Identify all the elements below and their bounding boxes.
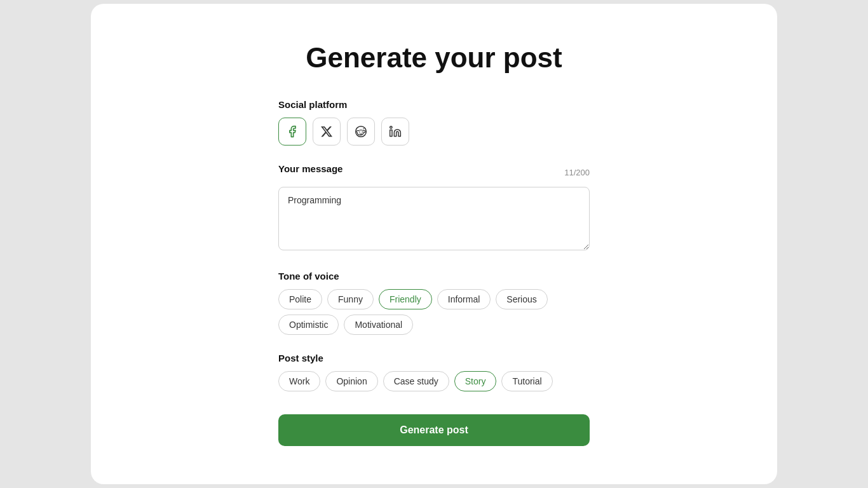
message-textarea[interactable] <box>278 187 590 250</box>
social-platform-label: Social platform <box>278 99 590 110</box>
tone-informal-chip[interactable]: Informal <box>437 289 491 309</box>
char-count: 11/200 <box>564 168 590 177</box>
generate-post-button[interactable]: Generate post <box>278 414 590 446</box>
tone-friendly-chip[interactable]: Friendly <box>379 289 432 309</box>
style-opinion-chip[interactable]: Opinion <box>325 371 377 391</box>
tone-label: Tone of voice <box>278 271 590 281</box>
style-story-chip[interactable]: Story <box>454 371 497 391</box>
style-chips-row: Work Opinion Case study Story Tutorial <box>278 371 590 391</box>
message-label: Your message <box>278 163 342 174</box>
page-title: Generate your post <box>306 42 562 74</box>
tone-chips-row: Polite Funny Friendly Informal Serious O… <box>278 289 590 335</box>
platform-reddit-button[interactable] <box>347 118 375 146</box>
style-case-study-chip[interactable]: Case study <box>383 371 449 391</box>
style-section: Post style Work Opinion Case study Story… <box>278 353 590 391</box>
tone-section: Tone of voice Polite Funny Friendly Info… <box>278 271 590 335</box>
platform-row <box>278 118 590 146</box>
facebook-icon <box>286 125 299 138</box>
platform-twitter-button[interactable] <box>313 118 341 146</box>
platform-linkedin-button[interactable] <box>381 118 409 146</box>
reddit-icon <box>355 125 367 138</box>
tone-optimistic-chip[interactable]: Optimistic <box>278 315 339 335</box>
main-card: Generate your post Social platform <box>91 4 777 484</box>
message-header: Your message 11/200 <box>278 163 590 182</box>
style-tutorial-chip[interactable]: Tutorial <box>501 371 552 391</box>
svg-point-1 <box>359 132 360 133</box>
svg-point-3 <box>363 128 364 130</box>
svg-point-2 <box>362 132 363 133</box>
tone-serious-chip[interactable]: Serious <box>496 289 547 309</box>
platform-facebook-button[interactable] <box>278 118 306 146</box>
style-label: Post style <box>278 353 590 363</box>
svg-point-4 <box>390 126 392 128</box>
twitter-x-icon <box>320 125 333 138</box>
form-container: Social platform <box>278 99 590 446</box>
linkedin-icon <box>389 125 402 138</box>
tone-polite-chip[interactable]: Polite <box>278 289 322 309</box>
tone-motivational-chip[interactable]: Motivational <box>344 315 413 335</box>
message-section: Your message 11/200 <box>278 163 590 253</box>
style-work-chip[interactable]: Work <box>278 371 320 391</box>
tone-funny-chip[interactable]: Funny <box>327 289 374 309</box>
